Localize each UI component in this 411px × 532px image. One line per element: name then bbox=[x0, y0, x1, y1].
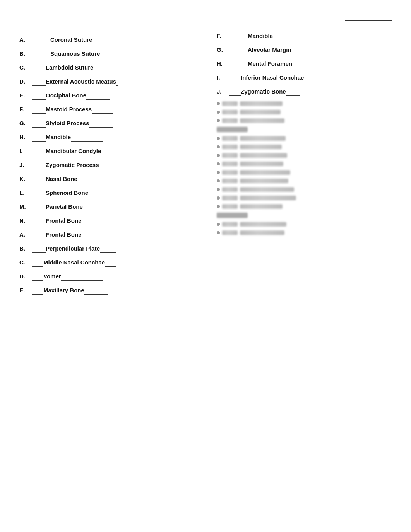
underline-pre bbox=[32, 133, 46, 142]
item-bone-name: Lambdoid Suture bbox=[46, 64, 93, 71]
underline-pre bbox=[229, 32, 248, 40]
list-item: J. Zygomatic Bone bbox=[217, 87, 392, 96]
item-content: Frontal Bone bbox=[32, 217, 107, 225]
item-bone-name: Mental Foramen bbox=[248, 60, 292, 67]
item-bone-name: Perpendicular Plate bbox=[46, 245, 100, 252]
list-item: C. Lambdoid Suture bbox=[19, 63, 209, 72]
underline-post bbox=[77, 175, 105, 183]
list-item: I. Mandibular Condyle bbox=[19, 147, 209, 155]
item-bone-name: Mandible bbox=[46, 134, 71, 140]
blurred-text bbox=[240, 110, 281, 114]
blurred-section-title bbox=[217, 213, 248, 218]
underline-pre bbox=[32, 272, 43, 281]
blurred-item bbox=[217, 110, 392, 114]
blurred-item bbox=[217, 230, 392, 235]
item-bone-name: Mandible bbox=[248, 32, 273, 39]
underline-pre bbox=[32, 36, 50, 44]
item-label: H. bbox=[19, 133, 32, 141]
underline-pre bbox=[32, 147, 46, 155]
item-content: Styloid Process bbox=[32, 119, 113, 128]
underline-post bbox=[86, 91, 110, 100]
item-bone-name: Squamous Suture bbox=[50, 50, 100, 57]
main-content: A. Coronal Suture B. Squamous Suture C. … bbox=[19, 32, 392, 300]
blurred-label bbox=[222, 204, 238, 209]
blurred-section-1 bbox=[217, 101, 392, 235]
frontal-view-items: A. Frontal Bone B. Perpendicular Plate C… bbox=[19, 230, 209, 295]
item-content: Mental Foramen bbox=[229, 60, 301, 68]
blurred-item bbox=[217, 162, 392, 166]
underline-post bbox=[82, 230, 107, 239]
underline-pre bbox=[32, 77, 46, 86]
item-label: B. bbox=[19, 244, 32, 252]
underline-post bbox=[100, 244, 116, 253]
blurred-dot bbox=[217, 102, 220, 105]
underline-post bbox=[61, 272, 103, 281]
blurred-text bbox=[240, 204, 283, 209]
item-label: K. bbox=[19, 175, 32, 183]
item-label: B. bbox=[19, 49, 32, 58]
underline-pre bbox=[32, 119, 46, 128]
item-content: Nasal Bone bbox=[32, 175, 105, 183]
underline-pre bbox=[32, 189, 46, 197]
underline-post bbox=[99, 161, 115, 169]
item-content: Mandibular Condyle bbox=[32, 147, 113, 155]
item-content: Occipital Bone bbox=[32, 91, 110, 100]
list-item: G. Styloid Process bbox=[19, 119, 209, 128]
blurred-item bbox=[217, 196, 392, 200]
underline-post bbox=[304, 73, 306, 82]
blurred-text bbox=[240, 179, 288, 183]
item-bone-name: Styloid Process bbox=[46, 120, 89, 126]
item-bone-name: Occipital Bone bbox=[46, 92, 86, 99]
list-item: D. External Acoustic Meatus bbox=[19, 77, 209, 86]
blurred-text bbox=[240, 101, 283, 106]
blurred-dot bbox=[217, 179, 220, 182]
underline-post bbox=[88, 189, 111, 197]
item-bone-name: Frontal Bone bbox=[46, 231, 82, 238]
blurred-label bbox=[222, 230, 238, 235]
underline-post bbox=[83, 203, 106, 211]
list-item: E. Occipital Bone bbox=[19, 91, 209, 100]
blurred-label bbox=[222, 179, 238, 183]
underline-pre bbox=[32, 244, 46, 253]
item-label: C. bbox=[19, 258, 32, 266]
blurred-dot bbox=[217, 162, 220, 165]
item-content: Lambdoid Suture bbox=[32, 63, 112, 72]
blurred-dot bbox=[217, 231, 220, 234]
item-label: F. bbox=[217, 32, 229, 40]
blurred-item bbox=[217, 179, 392, 183]
item-bone-name: Zygomatic Process bbox=[46, 162, 99, 168]
underline-pre bbox=[32, 161, 46, 169]
blurred-text bbox=[240, 153, 287, 158]
list-item: N. Frontal Bone bbox=[19, 217, 209, 225]
blurred-text bbox=[240, 222, 286, 227]
item-bone-name: Middle Nasal Conchae bbox=[43, 259, 105, 266]
item-label: J. bbox=[217, 87, 229, 95]
blurred-label bbox=[222, 162, 238, 166]
underline-post bbox=[292, 60, 301, 68]
underline-pre bbox=[229, 60, 248, 68]
blurred-text bbox=[240, 170, 290, 175]
item-label: L. bbox=[19, 189, 32, 197]
blurred-text bbox=[240, 187, 294, 192]
underline-pre bbox=[32, 203, 46, 211]
underline-pre bbox=[32, 49, 50, 58]
blurred-dot bbox=[217, 111, 220, 114]
right-column: F. Mandible G. Alveolar Margin H. Mental… bbox=[209, 32, 392, 300]
blurred-item bbox=[217, 170, 392, 175]
blurred-text bbox=[240, 230, 284, 235]
item-label: E. bbox=[19, 91, 32, 99]
list-item: K. Nasal Bone bbox=[19, 175, 209, 183]
blurred-section-title bbox=[217, 127, 248, 132]
blurred-label bbox=[222, 222, 238, 227]
underline-post bbox=[92, 105, 113, 114]
item-label: I. bbox=[19, 147, 32, 155]
underline-post bbox=[116, 77, 118, 86]
item-content: Inferior Nasal Conchae bbox=[229, 73, 306, 82]
item-label: A. bbox=[19, 36, 32, 44]
list-item: I. Inferior Nasal Conchae bbox=[217, 73, 392, 82]
blurred-dot bbox=[217, 119, 220, 122]
list-item: M. Parietal Bone bbox=[19, 203, 209, 211]
blurred-item bbox=[217, 136, 392, 141]
underline-post bbox=[82, 217, 107, 225]
item-label: F. bbox=[19, 105, 32, 113]
